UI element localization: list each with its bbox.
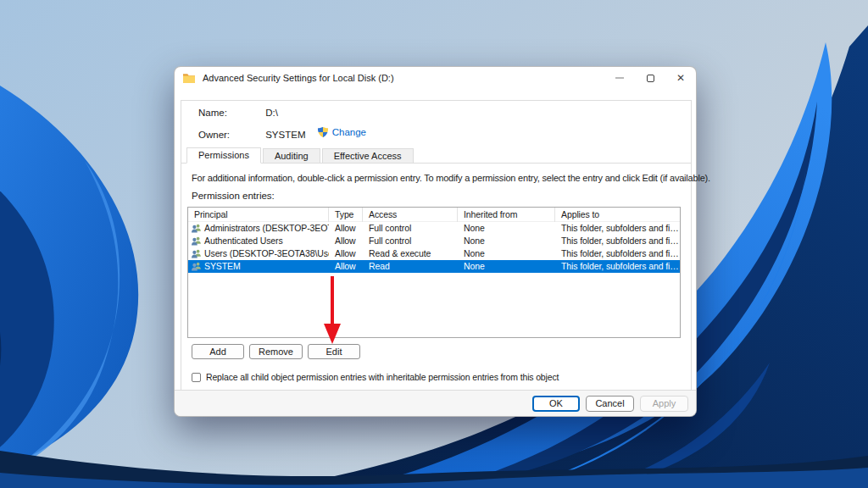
cell-principal: Authenticated Users bbox=[204, 235, 283, 247]
close-button[interactable]: ✕ bbox=[665, 67, 696, 89]
dialog-footer: OK Cancel Apply bbox=[175, 390, 696, 416]
table-row-administrators[interactable]: Administrators (DESKTOP-3EOT... Allow Fu… bbox=[188, 222, 680, 235]
maximize-button[interactable] bbox=[635, 67, 665, 89]
remove-button[interactable]: Remove bbox=[249, 344, 303, 359]
cell-access: Full control bbox=[363, 222, 458, 235]
name-row: Name: D:\ bbox=[198, 108, 278, 118]
advanced-security-settings-dialog: Advanced Security Settings for Local Dis… bbox=[174, 66, 697, 417]
cell-inherited-from: None bbox=[458, 235, 555, 247]
permission-entries-table: Principal Type Access Inherited from App… bbox=[187, 207, 681, 338]
cell-type: Allow bbox=[329, 222, 363, 235]
cell-inherited-from: None bbox=[458, 222, 555, 235]
cell-access: Full control bbox=[363, 235, 458, 247]
tab-auditing[interactable]: Auditing bbox=[263, 148, 320, 163]
column-header-inherited-from[interactable]: Inherited from bbox=[458, 208, 555, 222]
table-row-authenticated-users[interactable]: Authenticated Users Allow Full control N… bbox=[188, 235, 680, 247]
cell-applies-to: This folder, subfolders and files bbox=[555, 260, 680, 273]
close-icon: ✕ bbox=[676, 73, 685, 83]
minimize-button[interactable] bbox=[604, 67, 635, 89]
tab-permissions[interactable]: Permissions bbox=[186, 147, 261, 164]
change-link-label: Change bbox=[332, 127, 366, 137]
users-icon bbox=[191, 236, 202, 247]
cell-type: Allow bbox=[329, 235, 363, 247]
add-button[interactable]: Add bbox=[192, 344, 244, 359]
cell-access: Read & execute bbox=[363, 247, 458, 260]
cell-access: Read bbox=[363, 260, 458, 273]
cell-principal: Administrators (DESKTOP-3EOT... bbox=[204, 222, 329, 235]
table-row-system-selected[interactable]: SYSTEM Allow Read None This folder, subf… bbox=[188, 260, 680, 273]
cell-inherited-from: None bbox=[458, 260, 555, 273]
replace-permissions-label: Replace all child object permission entr… bbox=[206, 372, 559, 382]
ok-button[interactable]: OK bbox=[532, 396, 580, 412]
minimize-icon bbox=[615, 77, 624, 79]
cell-applies-to: This folder, subfolders and files bbox=[555, 247, 680, 260]
column-header-type[interactable]: Type bbox=[329, 208, 363, 222]
name-value: D:\ bbox=[265, 108, 278, 118]
name-label: Name: bbox=[198, 108, 263, 118]
uac-shield-icon bbox=[317, 126, 329, 138]
column-header-applies-to[interactable]: Applies to bbox=[555, 208, 680, 222]
folder-icon bbox=[182, 71, 196, 85]
owner-label: Owner: bbox=[198, 130, 263, 140]
cancel-button[interactable]: Cancel bbox=[586, 396, 634, 412]
table-row-users[interactable]: Users (DESKTOP-3EOTA38\Users) Allow Read… bbox=[188, 247, 680, 260]
replace-permissions-row: Replace all child object permission entr… bbox=[192, 372, 559, 382]
maximize-icon bbox=[647, 75, 654, 82]
replace-permissions-checkbox[interactable] bbox=[192, 373, 201, 382]
users-icon bbox=[191, 248, 202, 259]
cell-applies-to: This folder, subfolders and files bbox=[555, 235, 680, 247]
info-text: For additional information, double-click… bbox=[192, 173, 684, 183]
cell-principal: SYSTEM bbox=[204, 260, 241, 273]
entry-action-buttons: Add Remove Edit bbox=[192, 344, 360, 359]
cell-inherited-from: None bbox=[458, 247, 555, 260]
column-header-principal[interactable]: Principal bbox=[188, 208, 329, 222]
owner-value: SYSTEM bbox=[265, 130, 305, 140]
cell-type: Allow bbox=[329, 247, 363, 260]
cell-applies-to: This folder, subfolders and files bbox=[555, 222, 680, 235]
change-owner-link[interactable]: Change bbox=[317, 126, 366, 138]
apply-button[interactable]: Apply bbox=[640, 396, 688, 412]
cell-principal: Users (DESKTOP-3EOTA38\Users) bbox=[204, 247, 329, 260]
table-header-row: Principal Type Access Inherited from App… bbox=[188, 208, 680, 222]
tab-strip: Permissions Auditing Effective Access bbox=[181, 147, 691, 164]
owner-row: Owner: SYSTEM Change bbox=[198, 126, 366, 140]
window-title: Advanced Security Settings for Local Dis… bbox=[203, 73, 394, 83]
edit-button[interactable]: Edit bbox=[308, 344, 360, 359]
permission-entries-label: Permission entries: bbox=[192, 191, 275, 201]
column-header-access[interactable]: Access bbox=[363, 208, 458, 222]
users-icon bbox=[191, 261, 202, 272]
tab-effective-access[interactable]: Effective Access bbox=[322, 148, 414, 163]
cell-type: Allow bbox=[329, 260, 363, 273]
window-controls: ✕ bbox=[604, 67, 696, 89]
users-icon bbox=[191, 223, 202, 234]
content-panel: Name: D:\ Owner: SYSTEM Change bbox=[181, 100, 692, 391]
title-bar: Advanced Security Settings for Local Dis… bbox=[175, 67, 696, 89]
